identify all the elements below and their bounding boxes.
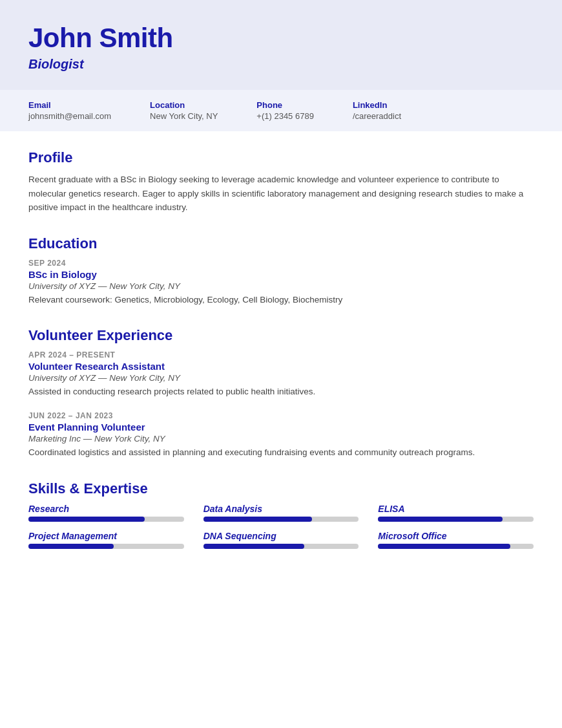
skill-item: Microsoft Office <box>378 531 534 549</box>
volunteer-entry: JUN 2022 – JAN 2023 Event Planning Volun… <box>28 411 534 459</box>
skill-name: Research <box>28 504 184 514</box>
vol-desc: Coordinated logistics and assisted in pl… <box>28 446 534 459</box>
skill-bar-fill <box>28 544 114 549</box>
skill-bar-fill <box>28 517 145 522</box>
volunteer-section: Volunteer Experience APR 2024 – PRESENT … <box>28 327 534 460</box>
skill-name: ELISA <box>378 504 534 514</box>
skill-bar-bg <box>28 517 184 522</box>
contact-label: Email <box>28 100 111 110</box>
contact-item: LinkedIn /careeraddict <box>353 100 401 121</box>
education-section: Education SEP 2024 BSc in Biology Univer… <box>28 235 534 306</box>
contact-label: LinkedIn <box>353 100 401 110</box>
vol-desc: Assisted in conducting research projects… <box>28 385 534 398</box>
edu-role: BSc in Biology <box>28 269 534 280</box>
skill-item: DNA Sequencing <box>203 531 359 549</box>
vol-org: Marketing Inc — New York City, NY <box>28 434 534 444</box>
skill-bar-fill <box>378 544 510 549</box>
contact-value: New York City, NY <box>150 111 218 121</box>
skill-item: Data Analysis <box>203 504 359 522</box>
skill-bar-bg <box>203 517 359 522</box>
education-entry: SEP 2024 BSc in Biology University of XY… <box>28 259 534 306</box>
resume-header: John Smith Biologist <box>0 0 562 90</box>
skill-name: Project Management <box>28 531 184 541</box>
skill-name: Data Analysis <box>203 504 359 514</box>
skill-bar-fill <box>203 544 304 549</box>
contact-bar: Email johnsmith@email.com Location New Y… <box>0 90 562 131</box>
vol-role: Volunteer Research Assistant <box>28 361 534 372</box>
candidate-name: John Smith <box>28 23 534 53</box>
skill-bar-bg <box>378 517 534 522</box>
contact-value: /careeraddict <box>353 111 401 121</box>
contact-item: Phone +(1) 2345 6789 <box>256 100 314 121</box>
skill-bar-fill <box>378 517 503 522</box>
skill-bar-fill <box>203 517 312 522</box>
edu-date: SEP 2024 <box>28 259 534 268</box>
vol-org: University of XYZ — New York City, NY <box>28 373 534 383</box>
contact-item: Location New York City, NY <box>150 100 218 121</box>
skill-name: DNA Sequencing <box>203 531 359 541</box>
skill-item: Research <box>28 504 184 522</box>
skill-item: Project Management <box>28 531 184 549</box>
contact-value: +(1) 2345 6789 <box>256 111 314 121</box>
skills-grid: Research Data Analysis ELISA Project Man… <box>28 504 534 549</box>
skill-bar-bg <box>28 544 184 549</box>
education-section-title: Education <box>28 235 534 252</box>
contact-label: Phone <box>256 100 314 110</box>
skills-section-title: Skills & Expertise <box>28 480 534 497</box>
volunteer-section-title: Volunteer Experience <box>28 327 534 344</box>
edu-org: University of XYZ — New York City, NY <box>28 281 534 291</box>
volunteer-entry: APR 2024 – PRESENT Volunteer Research As… <box>28 350 534 398</box>
skill-item: ELISA <box>378 504 534 522</box>
vol-role: Event Planning Volunteer <box>28 422 534 433</box>
profile-text: Recent graduate with a BSc in Biology se… <box>28 173 534 215</box>
contact-label: Location <box>150 100 218 110</box>
profile-section-title: Profile <box>28 149 534 166</box>
contact-item: Email johnsmith@email.com <box>28 100 111 121</box>
edu-desc: Relevant coursework: Genetics, Microbiol… <box>28 294 534 306</box>
vol-date: APR 2024 – PRESENT <box>28 350 534 359</box>
vol-date: JUN 2022 – JAN 2023 <box>28 411 534 420</box>
main-content: Profile Recent graduate with a BSc in Bi… <box>0 131 562 595</box>
candidate-title: Biologist <box>28 57 534 72</box>
skills-section: Skills & Expertise Research Data Analysi… <box>28 480 534 549</box>
skill-name: Microsoft Office <box>378 531 534 541</box>
profile-section: Profile Recent graduate with a BSc in Bi… <box>28 149 534 215</box>
contact-value: johnsmith@email.com <box>28 111 111 121</box>
skill-bar-bg <box>203 544 359 549</box>
skill-bar-bg <box>378 544 534 549</box>
